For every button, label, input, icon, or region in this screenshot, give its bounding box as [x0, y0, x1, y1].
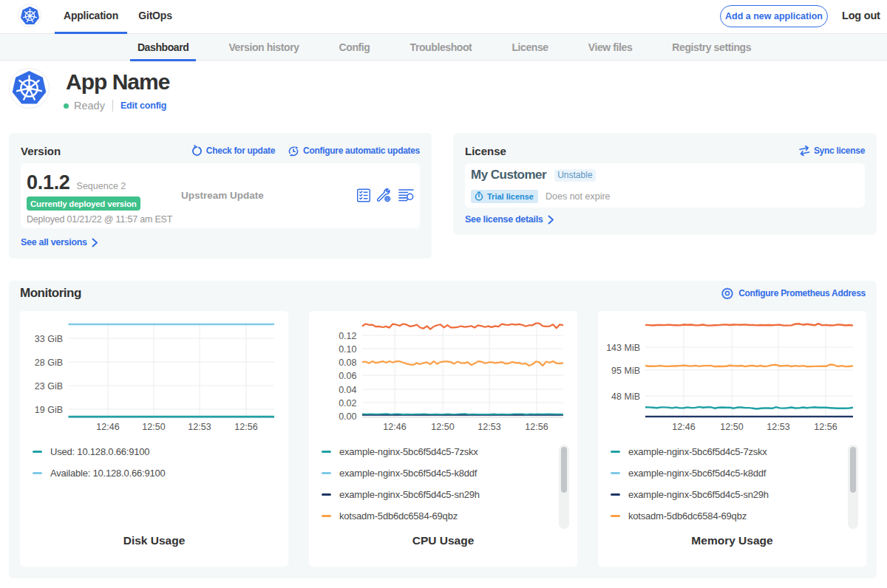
svg-text:12:53: 12:53	[188, 422, 211, 432]
svg-text:0.08: 0.08	[339, 358, 356, 368]
svg-text:48 MiB: 48 MiB	[611, 392, 640, 402]
svg-text:12:50: 12:50	[431, 422, 454, 432]
svg-text:12:46: 12:46	[672, 422, 695, 432]
svg-text:0.12: 0.12	[339, 331, 356, 341]
svg-text:0.00: 0.00	[339, 411, 356, 422]
svg-text:95 MiB: 95 MiB	[611, 366, 640, 376]
svg-text:12:50: 12:50	[142, 422, 165, 432]
svg-text:19 GiB: 19 GiB	[35, 405, 63, 415]
svg-text:12:46: 12:46	[383, 422, 406, 432]
svg-text:0.06: 0.06	[339, 371, 356, 381]
svg-text:12:46: 12:46	[96, 422, 119, 432]
svg-text:0.04: 0.04	[339, 385, 356, 395]
svg-text:0.02: 0.02	[339, 398, 356, 408]
svg-text:12:50: 12:50	[720, 422, 743, 432]
svg-text:12:56: 12:56	[814, 422, 837, 432]
svg-text:23 GiB: 23 GiB	[35, 381, 63, 392]
svg-text:33 GiB: 33 GiB	[35, 334, 63, 344]
svg-text:12:53: 12:53	[767, 422, 789, 432]
svg-text:12:56: 12:56	[234, 422, 257, 432]
svg-text:143 MiB: 143 MiB	[606, 343, 640, 353]
svg-text:12:56: 12:56	[525, 422, 548, 432]
svg-text:28 GiB: 28 GiB	[35, 358, 63, 368]
svg-text:0.10: 0.10	[339, 344, 356, 355]
svg-text:12:53: 12:53	[478, 422, 500, 432]
